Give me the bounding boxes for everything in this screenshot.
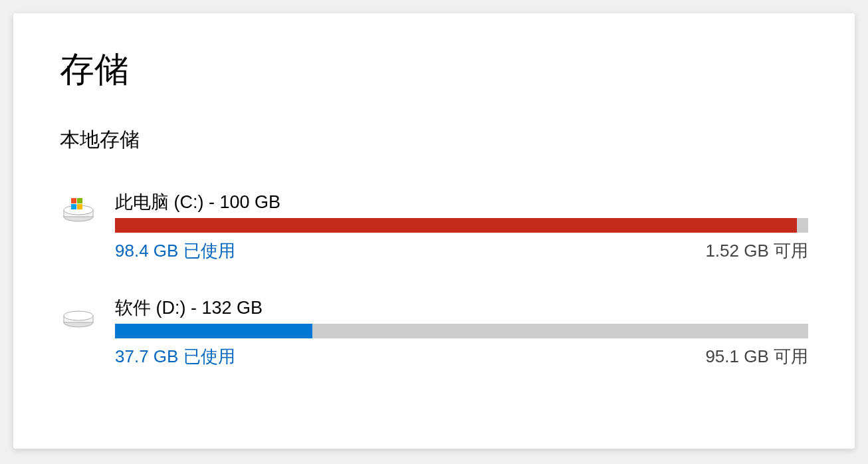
page-title: 存储 [60,47,808,93]
drive-used-text: 37.7 GB 已使用 [115,345,235,368]
drive-icon-wrapper [60,190,96,223]
svg-rect-4 [77,198,82,203]
drive-icon-wrapper [60,296,96,329]
drive-used-text: 98.4 GB 已使用 [115,239,235,263]
drive-stats: 98.4 GB 已使用 1.52 GB 可用 [115,239,808,263]
storage-settings-card: 存储 本地存储 此电脑 (C:) - 100 GB [13,13,855,449]
drive-label: 软件 (D:) - 132 GB [115,296,808,320]
drive-progress-fill [115,218,797,233]
svg-point-9 [64,311,93,320]
drive-item-d[interactable]: 软件 (D:) - 132 GB 37.7 GB 已使用 95.1 GB 可用 [60,296,808,368]
section-title: 本地存储 [60,126,808,154]
drive-stats: 37.7 GB 已使用 95.1 GB 可用 [115,345,808,368]
drive-free-text: 1.52 GB 可用 [705,239,808,263]
drive-label: 此电脑 (C:) - 100 GB [115,190,808,214]
svg-rect-5 [71,204,76,209]
svg-rect-3 [71,198,76,203]
svg-rect-6 [77,204,82,209]
drive-free-text: 95.1 GB 可用 [705,345,808,368]
drive-content: 软件 (D:) - 132 GB 37.7 GB 已使用 95.1 GB 可用 [115,296,808,368]
drive-progress-bar [115,218,808,233]
system-drive-icon [62,197,95,223]
data-drive-icon [62,302,95,329]
drive-progress-bar [115,324,808,338]
drive-progress-fill [115,324,312,338]
drive-content: 此电脑 (C:) - 100 GB 98.4 GB 已使用 1.52 GB 可用 [115,190,808,263]
drive-item-c[interactable]: 此电脑 (C:) - 100 GB 98.4 GB 已使用 1.52 GB 可用 [60,190,808,263]
